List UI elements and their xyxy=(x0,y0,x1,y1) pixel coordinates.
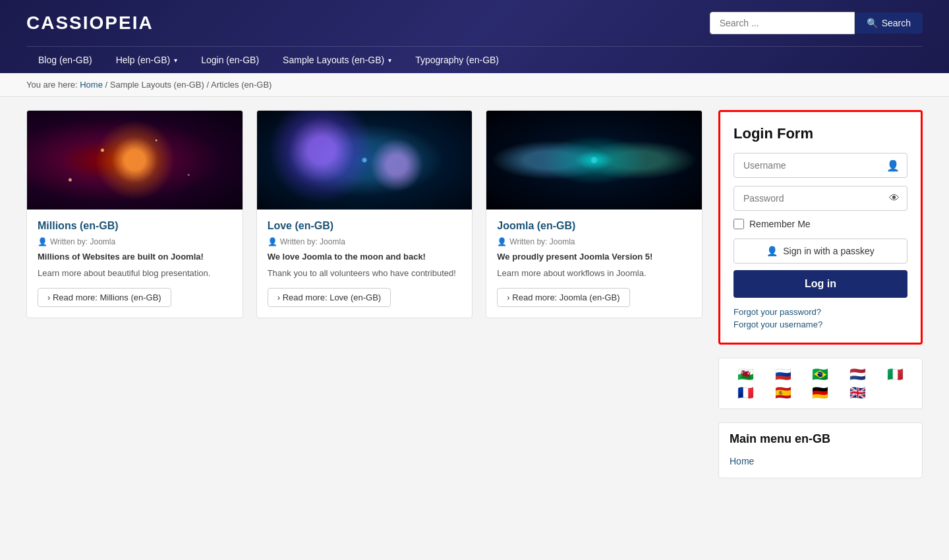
author-icon-2: 👤 xyxy=(268,237,277,246)
flag-russian[interactable]: 🇷🇺 xyxy=(774,368,792,381)
language-box: 🏴󠁧󠁢󠁷󠁬󠁳󠁿 🇷🇺 🇧🇷 🇳🇱 🇮🇹 🇫🇷 🇪🇸 🇩🇪 🇬🇧 xyxy=(718,358,923,409)
article-body-1: Millions (en-GB) 👤 Written by: Joomla Mi… xyxy=(27,210,243,318)
login-form-title: Login Form xyxy=(733,125,907,142)
article-summary-bold-2: We love Joomla to the moon and back! xyxy=(268,252,462,262)
site-header: CASSIOPEIA 🔍 Search Blog (en-GB) Help (e… xyxy=(0,0,949,73)
passkey-button[interactable]: 👤 Sign in with a passkey xyxy=(733,238,907,264)
article-summary-bold-1: Millions of Websites are built on Joomla… xyxy=(38,252,232,262)
breadcrumb: You are here: Home / Sample Layouts (en-… xyxy=(0,73,949,97)
passkey-btn-label: Sign in with a passkey xyxy=(783,246,875,256)
breadcrumb-item-2: Articles (en-GB) xyxy=(211,80,272,90)
article-meta-3: 👤 Written by: Joomla xyxy=(497,237,691,246)
login-btn-label: Log in xyxy=(805,278,836,289)
main-menu-box: Main menu en-GB Home xyxy=(718,422,923,478)
forgot-password-link[interactable]: Forgot your password? xyxy=(733,307,907,317)
flag-welsh[interactable]: 🏴󠁧󠁢󠁷󠁬󠁳󠁿 xyxy=(736,368,755,381)
articles-section: Millions (en-GB) 👤 Written by: Joomla Mi… xyxy=(26,110,703,478)
forgot-username-link[interactable]: Forgot your username? xyxy=(733,320,907,329)
article-body-2: Love (en-GB) 👤 Written by: Joomla We lov… xyxy=(257,210,473,318)
nav-label-blog: Blog (en-GB) xyxy=(38,55,92,65)
nav-item-help[interactable]: Help (en-GB) ▾ xyxy=(104,47,189,73)
article-image-1 xyxy=(27,111,243,210)
nav-label-help: Help (en-GB) xyxy=(116,55,170,65)
search-icon: 🔍 xyxy=(867,18,878,28)
read-more-btn-1[interactable]: › Read more: Millions (en-GB) xyxy=(38,288,171,307)
search-button[interactable]: 🔍 Search xyxy=(855,13,923,34)
read-more-btn-2[interactable]: › Read more: Love (en-GB) xyxy=(268,288,391,307)
flag-french[interactable]: 🇫🇷 xyxy=(736,386,755,399)
article-body-3: Joomla (en-GB) 👤 Written by: Joomla We p… xyxy=(486,210,702,318)
username-input[interactable] xyxy=(733,153,907,178)
search-btn-label: Search xyxy=(882,18,911,28)
login-button[interactable]: Log in xyxy=(733,270,907,298)
flag-spanish[interactable]: 🇪🇸 xyxy=(774,386,792,399)
site-title: CASSIOPEIA xyxy=(26,13,154,34)
article-title-2[interactable]: Love (en-GB) xyxy=(268,220,462,232)
article-title-1[interactable]: Millions (en-GB) xyxy=(38,220,232,232)
read-more-label-2: Read more: Love (en-GB) xyxy=(283,293,382,302)
breadcrumb-home[interactable]: Home xyxy=(80,80,103,90)
passkey-icon: 👤 xyxy=(766,246,778,256)
password-group: 👁 xyxy=(733,186,907,211)
form-links: Forgot your password? Forgot your userna… xyxy=(733,307,907,329)
main-nav: Blog (en-GB) Help (en-GB) ▾ Login (en-GB… xyxy=(26,46,923,73)
article-meta-2: 👤 Written by: Joomla xyxy=(268,237,462,246)
article-card-3: Joomla (en-GB) 👤 Written by: Joomla We p… xyxy=(486,110,703,318)
remember-me-label: Remember Me xyxy=(749,219,811,229)
article-author-3: Written by: Joomla xyxy=(509,237,575,246)
flag-german[interactable]: 🇩🇪 xyxy=(811,386,830,399)
chevron-right-icon-3: › xyxy=(507,293,509,302)
flag-brazilian[interactable]: 🇧🇷 xyxy=(811,368,830,381)
nav-item-typography[interactable]: Typography (en-GB) xyxy=(403,47,511,73)
article-author-2: Written by: Joomla xyxy=(280,237,345,246)
breadcrumb-item-1: Sample Layouts (en-GB) xyxy=(110,80,204,90)
nav-label-login: Login (en-GB) xyxy=(201,55,259,65)
sidebar: Login Form 👤 👁 Remember Me 👤 Sign in wit… xyxy=(718,110,923,478)
read-more-label-1: Read more: Millions (en-GB) xyxy=(53,293,161,302)
flag-dutch[interactable]: 🇳🇱 xyxy=(849,368,867,381)
remember-me-group: Remember Me xyxy=(733,219,907,229)
main-menu-item-home[interactable]: Home xyxy=(730,454,911,468)
login-form-box: Login Form 👤 👁 Remember Me 👤 Sign in wit… xyxy=(718,110,923,345)
eye-icon[interactable]: 👁 xyxy=(889,192,900,204)
main-menu-title: Main menu en-GB xyxy=(730,432,911,446)
author-icon-3: 👤 xyxy=(497,237,507,246)
flags-grid: 🏴󠁧󠁢󠁷󠁬󠁳󠁿 🇷🇺 🇧🇷 🇳🇱 🇮🇹 🇫🇷 🇪🇸 🇩🇪 🇬🇧 xyxy=(730,368,911,399)
article-image-3 xyxy=(486,111,702,210)
article-summary-bold-3: We proudly present Joomla Version 5! xyxy=(497,252,691,262)
chevron-right-icon-1: › xyxy=(47,293,50,302)
article-summary-2: Thank you to all volunteers who have con… xyxy=(268,267,462,280)
search-area: 🔍 Search xyxy=(710,12,923,34)
header-top: CASSIOPEIA 🔍 Search xyxy=(26,12,923,46)
articles-grid: Millions (en-GB) 👤 Written by: Joomla Mi… xyxy=(26,110,703,318)
breadcrumb-sep-1: / xyxy=(105,80,110,90)
flag-italian[interactable]: 🇮🇹 xyxy=(886,368,905,381)
article-card-2: Love (en-GB) 👤 Written by: Joomla We lov… xyxy=(256,110,473,318)
article-card-1: Millions (en-GB) 👤 Written by: Joomla Mi… xyxy=(26,110,243,318)
flag-british[interactable]: 🇬🇧 xyxy=(849,386,867,399)
chevron-down-icon: ▾ xyxy=(174,57,177,64)
article-summary-1: Learn more about beautiful blog presenta… xyxy=(38,267,232,280)
article-title-3[interactable]: Joomla (en-GB) xyxy=(497,220,691,232)
nav-label-sample-layouts: Sample Layouts (en-GB) xyxy=(283,55,384,65)
password-input[interactable] xyxy=(733,186,907,211)
search-input[interactable] xyxy=(710,12,855,34)
main-container: Millions (en-GB) 👤 Written by: Joomla Mi… xyxy=(0,97,949,491)
author-icon-1: 👤 xyxy=(38,237,47,246)
username-group: 👤 xyxy=(733,153,907,178)
chevron-right-icon-2: › xyxy=(277,293,280,302)
article-meta-1: 👤 Written by: Joomla xyxy=(38,237,232,246)
article-summary-3: Learn more about workflows in Joomla. xyxy=(497,267,691,280)
read-more-label-3: Read more: Joomla (en-GB) xyxy=(512,293,619,302)
nav-label-typography: Typography (en-GB) xyxy=(415,55,499,65)
read-more-btn-3[interactable]: › Read more: Joomla (en-GB) xyxy=(497,288,629,307)
article-author-1: Written by: Joomla xyxy=(50,237,115,246)
breadcrumb-prefix: You are here: xyxy=(26,80,78,90)
nav-item-sample-layouts[interactable]: Sample Layouts (en-GB) ▾ xyxy=(271,47,403,73)
nav-item-login[interactable]: Login (en-GB) xyxy=(189,47,271,73)
user-icon: 👤 xyxy=(886,159,900,172)
chevron-down-icon-2: ▾ xyxy=(388,57,391,64)
remember-me-checkbox[interactable] xyxy=(733,219,744,229)
nav-item-blog[interactable]: Blog (en-GB) xyxy=(26,47,104,73)
article-image-2 xyxy=(257,111,473,210)
